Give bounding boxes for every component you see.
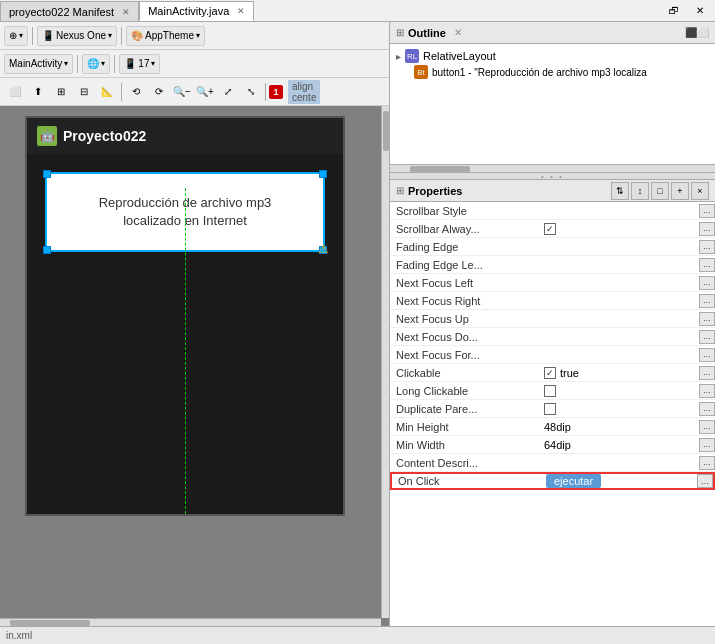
canvas-hscroll[interactable]	[0, 618, 381, 626]
prop-name-next-focus-left: Next Focus Left	[390, 277, 540, 289]
prop-more-scrollbar-style[interactable]: …	[699, 204, 715, 218]
prop-name-min-height: Min Height	[390, 421, 540, 433]
prop-more-fading-edge-le[interactable]: …	[699, 258, 715, 272]
close-panel-btn[interactable]: ✕	[689, 0, 711, 21]
tab-bar: proyecto022 Manifest ✕ MainActivity.java…	[0, 0, 715, 22]
prop-value-min-height: 48dip	[540, 421, 699, 433]
prop-more-next-focus-up[interactable]: …	[699, 312, 715, 326]
prop-row-fading-edge-le[interactable]: Fading Edge Le... …	[390, 256, 715, 274]
long-clickable-checkbox[interactable]	[544, 385, 556, 397]
canvas-hscroll-thumb	[10, 620, 90, 626]
tab-proyecto[interactable]: proyecto022 Manifest ✕	[0, 1, 139, 21]
prop-more-next-focus-for[interactable]: …	[699, 348, 715, 362]
restore-btn[interactable]: 🗗	[663, 0, 685, 21]
properties-body: Scrollbar Style … Scrollbar Alway... ✓ ……	[390, 202, 715, 626]
zoom-fit-btn[interactable]: ⤢	[217, 81, 239, 103]
toolbar-icon-6[interactable]: ⟲	[125, 81, 147, 103]
toolbar-icon-2[interactable]: ⬆	[27, 81, 49, 103]
prop-more-min-width[interactable]: …	[699, 438, 715, 452]
prop-row-min-height[interactable]: Min Height 48dip …	[390, 418, 715, 436]
tab-proyecto-close[interactable]: ✕	[122, 7, 130, 17]
duplicate-checkbox[interactable]	[544, 403, 556, 415]
canvas-vscroll-thumb	[383, 111, 389, 151]
align-label: aligncente	[288, 80, 320, 104]
toolbar-icon-1[interactable]: ⬜	[4, 81, 26, 103]
prop-row-next-focus-right[interactable]: Next Focus Right …	[390, 292, 715, 310]
api-dropdown[interactable]: 📱 17 ▾	[119, 54, 160, 74]
prop-row-next-focus-do[interactable]: Next Focus Do... …	[390, 328, 715, 346]
prop-more-clickable[interactable]: …	[699, 366, 715, 380]
prop-row-scrollbar-alway[interactable]: Scrollbar Alway... ✓ …	[390, 220, 715, 238]
api-label: 17	[138, 58, 149, 69]
prop-more-min-height[interactable]: …	[699, 420, 715, 434]
outline-icon: ⊞	[396, 27, 404, 38]
clickable-checkbox[interactable]: ✓	[544, 367, 556, 379]
prop-row-min-width[interactable]: Min Width 64dip …	[390, 436, 715, 454]
prop-more-next-focus-left[interactable]: …	[699, 276, 715, 290]
prop-row-duplicate-pare[interactable]: Duplicate Pare... …	[390, 400, 715, 418]
prop-add-btn[interactable]: +	[671, 182, 689, 200]
prop-view-btn[interactable]: □	[651, 182, 669, 200]
prop-row-content-descri[interactable]: Content Descri... …	[390, 454, 715, 472]
toolbar-icon-5[interactable]: 📐	[96, 81, 118, 103]
prop-filter-btn[interactable]: ↕	[631, 182, 649, 200]
prop-more-content-descri[interactable]: …	[699, 456, 715, 470]
prop-more-next-focus-right[interactable]: …	[699, 294, 715, 308]
prop-more-fading-edge[interactable]: …	[699, 240, 715, 254]
panel-splitter[interactable]: • • •	[390, 172, 715, 180]
zoom-full-btn[interactable]: ⤡	[240, 81, 262, 103]
prop-name-duplicate-pare: Duplicate Pare...	[390, 403, 540, 415]
add-chevron: ▾	[19, 31, 23, 40]
zoom-in-btn[interactable]: 🔍+	[194, 81, 216, 103]
device-chevron: ▾	[108, 31, 112, 40]
sep4	[114, 55, 115, 73]
prop-row-next-focus-up[interactable]: Next Focus Up …	[390, 310, 715, 328]
theme-dropdown[interactable]: 🎨 AppTheme ▾	[126, 26, 205, 46]
outline-header: ⊞ Outline ✕ ⬛⬜	[390, 22, 715, 44]
toolbar-icon-4[interactable]: ⊟	[73, 81, 95, 103]
prop-row-clickable[interactable]: Clickable ✓ true …	[390, 364, 715, 382]
prop-more-scrollbar-alway[interactable]: …	[699, 222, 715, 236]
activity-dropdown[interactable]: MainActivity ▾	[4, 54, 73, 74]
prop-close-btn[interactable]: ×	[691, 182, 709, 200]
prop-name-next-focus-for: Next Focus For...	[390, 349, 540, 361]
tab-main-close[interactable]: ✕	[237, 6, 245, 16]
outline-close[interactable]: ⬛⬜	[685, 27, 709, 38]
min-width-text: 64dip	[544, 439, 571, 451]
error-badge[interactable]: 1	[269, 85, 283, 99]
add-btn[interactable]: ⊕ ▾	[4, 26, 28, 46]
outline-item-relative[interactable]: ▸ RL RelativeLayout	[394, 48, 711, 64]
prop-row-long-clickable[interactable]: Long Clickable …	[390, 382, 715, 400]
sep5	[121, 83, 122, 101]
prop-name-long-clickable: Long Clickable	[390, 385, 540, 397]
prop-row-scrollbar-style[interactable]: Scrollbar Style …	[390, 202, 715, 220]
outline-relative-label: RelativeLayout	[423, 50, 496, 62]
prop-more-long-clickable[interactable]: …	[699, 384, 715, 398]
prop-sort-btn[interactable]: ⇅	[611, 182, 629, 200]
prop-row-on-click[interactable]: On Click ejecutar …	[390, 472, 715, 490]
right-panel: ⊞ Outline ✕ ⬛⬜ ▸ RL RelativeLayout Bt bu…	[390, 22, 715, 626]
language-dropdown[interactable]: 🌐 ▾	[82, 54, 110, 74]
toolbar-icon-7[interactable]: ⟳	[148, 81, 170, 103]
device-dropdown[interactable]: 📱 Nexus One ▾	[37, 26, 117, 46]
min-height-text: 48dip	[544, 421, 571, 433]
prop-value-on-click: ejecutar	[542, 474, 697, 488]
icon-toolbar: ⬜ ⬆ ⊞ ⊟ 📐 ⟲ ⟳ 🔍− 🔍+ ⤢ ⤡ 1 aligncente	[0, 78, 389, 106]
prop-more-on-click[interactable]: …	[697, 474, 713, 488]
scrollbar-alway-checkbox[interactable]: ✓	[544, 223, 556, 235]
prop-more-next-focus-do[interactable]: …	[699, 330, 715, 344]
tab-main-label: MainActivity.java	[148, 5, 229, 17]
sep3	[77, 55, 78, 73]
dashed-line-vertical	[185, 188, 186, 514]
toolbar-icon-8[interactable]: 🔍−	[171, 81, 193, 103]
prop-row-fading-edge[interactable]: Fading Edge …	[390, 238, 715, 256]
outline-item-button[interactable]: Bt button1 - "Reproducción de archivo mp…	[394, 64, 711, 80]
prop-more-duplicate-pare[interactable]: …	[699, 402, 715, 416]
toolbar-icon-3[interactable]: ⊞	[50, 81, 72, 103]
api-icon: 📱	[124, 58, 136, 69]
canvas-vscroll[interactable]	[381, 106, 389, 618]
prop-row-next-focus-left[interactable]: Next Focus Left …	[390, 274, 715, 292]
prop-row-next-focus-for[interactable]: Next Focus For... …	[390, 346, 715, 364]
tab-main[interactable]: MainActivity.java ✕	[139, 1, 254, 21]
activity-label: MainActivity	[9, 58, 62, 69]
